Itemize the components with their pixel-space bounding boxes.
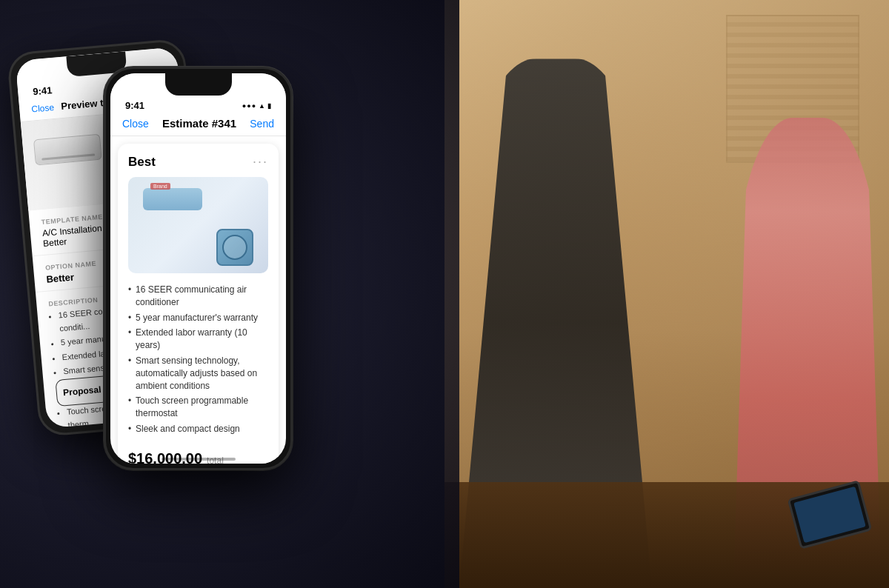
back-status-time: 9:41 bbox=[33, 84, 53, 97]
price-amount: $16,000.00 bbox=[128, 450, 202, 464]
phone-front-notch bbox=[165, 73, 232, 96]
back-close-button[interactable]: Close bbox=[31, 101, 55, 114]
home-indicator bbox=[162, 458, 236, 461]
price-row: $16,000.00 total bbox=[118, 444, 279, 464]
feature-item-3: Extended labor warranty (10 years) bbox=[128, 325, 268, 353]
card-ac-image: Brand bbox=[128, 177, 268, 273]
front-nav-bar: Close Estimate #341 Send bbox=[110, 114, 286, 136]
card-title: Best bbox=[128, 155, 156, 170]
background-right bbox=[444, 0, 889, 588]
front-battery-icon: ▮ bbox=[267, 102, 271, 110]
phone-front: 9:41 ●●● ▲ ▮ Close Estimate #341 Send Be… bbox=[104, 67, 293, 470]
feature-item-2: 5 year manufacturer's warranty bbox=[128, 310, 268, 326]
front-status-time: 9:41 bbox=[125, 100, 144, 111]
front-close-button[interactable]: Close bbox=[122, 118, 149, 130]
feature-item-4: Smart sensing technology, automatically … bbox=[128, 353, 268, 393]
ac-indoor-unit bbox=[33, 134, 102, 166]
features-list: 16 SEER communicating air conditioner 5 … bbox=[118, 282, 279, 437]
front-send-button[interactable]: Send bbox=[250, 118, 274, 130]
room-photo bbox=[444, 0, 889, 588]
feature-item-5: Touch screen programmable thermostat bbox=[128, 393, 268, 421]
front-wifi-icon: ▲ bbox=[259, 102, 265, 110]
ac-blue-outdoor bbox=[216, 229, 253, 266]
feature-item-6: Sleek and compact design bbox=[128, 421, 268, 437]
phones-container: 9:41 ●●● ▲ ▮ Close Preview template bbox=[15, 22, 204, 426]
card-header: Best ··· bbox=[118, 144, 279, 177]
front-nav-title: Estimate #341 bbox=[162, 117, 236, 130]
ac-blue-indoor bbox=[143, 188, 202, 210]
brand-label: Brand bbox=[150, 183, 170, 190]
feature-item-1: 16 SEER communicating air conditioner bbox=[128, 282, 268, 310]
estimate-card: Best ··· Brand 16 SEER communicating air… bbox=[118, 144, 279, 464]
front-signal-icon: ●●● bbox=[242, 102, 256, 110]
front-status-icons: ●●● ▲ ▮ bbox=[242, 102, 271, 110]
card-options-dots[interactable]: ··· bbox=[253, 154, 268, 170]
phone-front-screen: 9:41 ●●● ▲ ▮ Close Estimate #341 Send Be… bbox=[110, 73, 286, 464]
